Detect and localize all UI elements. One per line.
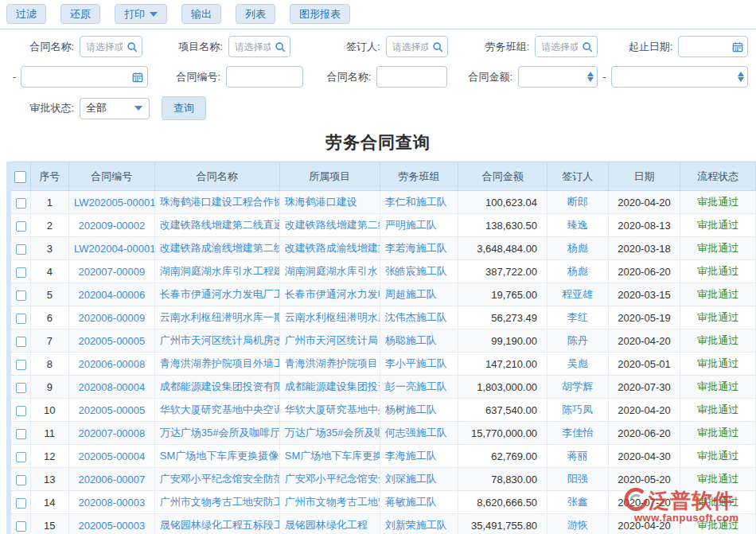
labor-team-link[interactable]: 杨聪施工队 <box>380 329 458 353</box>
project-link[interactable]: 广安邓小平纪念馆安全 <box>279 468 380 491</box>
labor-team-link[interactable]: 杨树施工队 <box>380 399 458 422</box>
project-link[interactable]: 珠海鹤港口建设 <box>279 191 380 214</box>
approval-status-select[interactable]: 全部 <box>80 98 150 119</box>
amount-min-stepper[interactable] <box>518 66 598 88</box>
signer-link[interactable]: 杨彪 <box>548 237 609 260</box>
query-button[interactable]: 查询 <box>162 96 206 120</box>
contract-name-link[interactable]: 广安邓小平纪念馆安全防范工程 <box>154 468 279 491</box>
restore-button[interactable]: 还原 <box>60 4 100 24</box>
project-link[interactable]: 湖南洞庭湖水库引水 <box>279 260 380 283</box>
search-icon[interactable] <box>127 41 138 53</box>
contract-code-link[interactable]: 202009-00002 <box>68 214 154 237</box>
search-icon[interactable] <box>275 41 286 53</box>
list-button[interactable]: 列表 <box>236 4 275 24</box>
contract-code-link[interactable]: 202004-00006 <box>68 283 154 306</box>
project-link[interactable]: SM广场地下车库更换摄 <box>279 445 380 468</box>
contract-code-link[interactable]: 202006-00009 <box>68 306 154 329</box>
column-header-name[interactable]: 合同名称 <box>154 162 279 191</box>
export-button[interactable]: 输出 <box>181 4 221 24</box>
signer-link[interactable]: 程亚雄 <box>548 283 609 306</box>
spinner-icons[interactable] <box>587 72 594 82</box>
contract-code-link[interactable]: 202005-00005 <box>68 399 154 422</box>
row-checkbox[interactable] <box>16 452 26 462</box>
project-link[interactable]: 青海洪湖养护院项目 <box>279 353 380 376</box>
labor-team-link[interactable]: 彭一亮施工队 <box>380 376 458 399</box>
contract-no-input[interactable] <box>226 66 303 88</box>
contract-name-link[interactable]: 云南水利枢纽潜明水库一期工程 <box>154 306 279 329</box>
chart-report-button[interactable]: 图形报表 <box>290 4 350 24</box>
amount-max-stepper[interactable] <box>611 66 748 88</box>
contract-name-link[interactable]: 广州市文物考古工地安防工程 <box>154 491 279 514</box>
row-checkbox[interactable] <box>16 221 26 232</box>
signer-link[interactable]: 蒋丽 <box>548 445 609 468</box>
contract-name-link[interactable]: SM广场地下车库更换摄像头 <box>154 445 279 468</box>
project-link[interactable]: 万达广场35#会所及咖啡 <box>279 422 380 445</box>
contract-name-link[interactable]: 华软大厦研究基地中央空调工程 <box>154 399 279 422</box>
signer-link[interactable]: 李佳怡 <box>548 422 609 445</box>
labor-team-link[interactable]: 周超施工队 <box>380 283 458 306</box>
contract-name-link[interactable]: 改建铁路线增建第二线直通线工程 <box>154 214 279 237</box>
contract-code-link[interactable]: 202005-00004 <box>68 445 154 468</box>
labor-team-link[interactable]: 何志强施工队 <box>380 422 458 445</box>
project-link[interactable]: 成都能源建设集团投资 <box>279 376 380 399</box>
contract-code-link[interactable]: LW202004-00001 <box>68 237 154 260</box>
project-link[interactable]: 华软大厦研究基地中央 <box>279 399 380 422</box>
labor-team-link[interactable]: 蒋敏施工队 <box>380 491 458 514</box>
labor-team-link[interactable]: 李海施工队 <box>380 445 458 468</box>
contract-name-link[interactable]: 广州市天河区统计局机房改造 <box>154 329 279 353</box>
spinner-icons[interactable] <box>738 72 744 82</box>
labor-team-link[interactable]: 李小平施工队 <box>380 353 458 376</box>
contract-name-link[interactable]: 珠海鹤港口建设工程合作协议 <box>154 191 279 214</box>
contract-code-link[interactable]: 202007-00009 <box>68 260 154 283</box>
column-header-no[interactable]: 序号 <box>30 162 68 191</box>
row-checkbox[interactable] <box>16 429 26 439</box>
signer-link[interactable]: 陈丹 <box>548 329 609 353</box>
contract-code-link[interactable]: LW202005-00001 <box>68 191 154 214</box>
row-checkbox[interactable] <box>16 337 26 347</box>
row-checkbox[interactable] <box>16 406 26 416</box>
signer-link[interactable]: 吴彪 <box>548 353 609 376</box>
contract-name-link[interactable]: 长春市伊通河水力发电厂工程 <box>154 283 279 306</box>
row-checkbox[interactable] <box>16 521 26 532</box>
signer-link[interactable]: 李红 <box>548 306 609 329</box>
contract-name-link[interactable]: 晟铭园林绿化工程五标段工程 <box>154 514 279 534</box>
column-header-amount[interactable]: 合同金额 <box>458 162 548 191</box>
signer-link[interactable]: 阳强 <box>548 468 609 491</box>
contract-name-link[interactable]: 改建铁路成渝线增建第二线工程 <box>154 237 279 260</box>
row-checkbox[interactable] <box>16 360 26 370</box>
contract-code-link[interactable]: 202008-00003 <box>68 491 154 514</box>
labor-team-link[interactable]: 严明施工队 <box>380 214 458 237</box>
column-header-status[interactable]: 流程状态 <box>680 162 756 191</box>
project-link[interactable]: 云南水利枢纽潜明水库 <box>279 306 380 329</box>
contract-name-link[interactable]: 万达广场35#会所及咖啡厅工程 <box>154 422 279 445</box>
date-end-input[interactable] <box>21 66 148 88</box>
contract-code-link[interactable]: 202008-00004 <box>68 376 154 399</box>
project-link[interactable]: 长春市伊通河水力发电 <box>279 283 380 306</box>
labor-team-link[interactable]: 李若海施工队 <box>380 237 458 260</box>
row-checkbox[interactable] <box>16 267 26 278</box>
contract-name-link[interactable]: 湖南洞庭湖水库引水工程建设 <box>154 260 279 283</box>
select-all-checkbox[interactable] <box>14 171 26 183</box>
column-header-project[interactable]: 所属项目 <box>279 162 380 191</box>
row-checkbox[interactable] <box>16 498 26 509</box>
column-header-signer[interactable]: 签订人 <box>548 162 609 191</box>
contract-code-link[interactable]: 202006-00008 <box>68 353 154 376</box>
project-link[interactable]: 改建铁路线增建第二线 <box>279 214 380 237</box>
contract-code-link[interactable]: 202007-00008 <box>68 422 154 445</box>
row-checkbox[interactable] <box>16 244 26 255</box>
project-link[interactable]: 改建铁路成渝线增建第二 <box>279 237 380 260</box>
labor-team-link[interactable]: 张皓宸施工队 <box>380 260 458 283</box>
signer-link[interactable]: 杨彪 <box>548 260 609 283</box>
row-checkbox[interactable] <box>16 383 26 393</box>
project-link[interactable]: 广州市文物考古工地安 <box>279 491 380 514</box>
row-checkbox[interactable] <box>16 290 26 301</box>
contract-code-link[interactable]: 202006-00007 <box>68 468 154 491</box>
labor-team-link[interactable]: 刘琛施工队 <box>380 468 458 491</box>
search-icon[interactable] <box>582 41 593 53</box>
signer-link[interactable]: 断郎 <box>548 191 609 214</box>
search-icon[interactable] <box>432 41 443 53</box>
calendar-icon[interactable] <box>732 41 743 53</box>
calendar-icon[interactable] <box>132 72 143 83</box>
column-header-date[interactable]: 日期 <box>608 162 680 191</box>
contract-code-link[interactable]: 202005-00003 <box>68 514 154 534</box>
